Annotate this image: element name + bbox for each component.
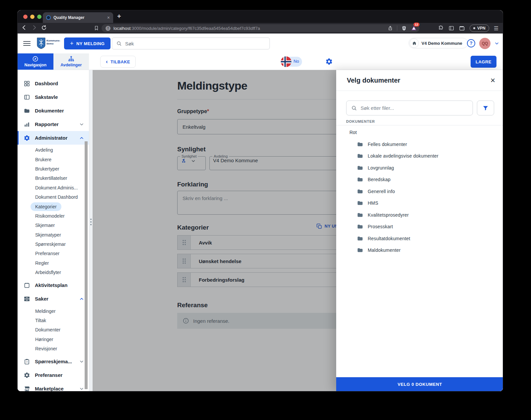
- vpn-button[interactable]: VPN: [470, 25, 489, 32]
- tab-avdelinger[interactable]: Avdelinger: [53, 53, 89, 70]
- administrator-submenu: Avdeling Brukere Brukertyper Brukertilla…: [18, 145, 89, 278]
- sidebar-subitem[interactable]: Risikomodeler: [18, 211, 89, 221]
- browser-tab[interactable]: Quality Manager ×: [43, 12, 113, 23]
- gear-icon: [24, 372, 30, 379]
- sidebar-resize-handle[interactable]: [89, 70, 93, 391]
- sidebar-item-saker[interactable]: Saker: [18, 292, 89, 306]
- brave-shield-icon[interactable]: [401, 26, 407, 31]
- filter-button[interactable]: [477, 101, 494, 115]
- back-button[interactable]: ‹ TILBAKE: [100, 56, 136, 68]
- url-bar[interactable]: ! localhost:3000/module/admin/category/f…: [102, 24, 419, 32]
- sidebar-subitem[interactable]: Avdeling: [18, 145, 89, 155]
- account-chevron-down-icon[interactable]: [494, 41, 499, 46]
- browser-menu-icon[interactable]: ☰: [494, 25, 499, 32]
- site-info-icon[interactable]: !: [106, 26, 111, 31]
- select-documents-button[interactable]: VELG 0 DOKUMENT: [336, 377, 503, 391]
- url-text: localhost:3000/module/admin/category/f67…: [114, 26, 385, 31]
- help-icon[interactable]: ?: [467, 39, 475, 47]
- root-node[interactable]: Rot: [347, 128, 359, 136]
- content-topbar: ‹ TILBAKE No LAGRE: [89, 53, 503, 70]
- back-icon[interactable]: [21, 24, 28, 31]
- sidebar-scrollbar[interactable]: [85, 141, 88, 389]
- sidebar-item-sakstavle[interactable]: Sakstavle: [18, 90, 89, 104]
- sidebar-subitem[interactable]: Brukertillatelser: [18, 174, 89, 183]
- minimize-window-button[interactable]: [30, 15, 35, 19]
- browser-toolbar: ! localhost:3000/module/admin/category/f…: [18, 23, 503, 34]
- sidebar-subitem[interactable]: Tiltak: [18, 316, 89, 325]
- bookmark-icon[interactable]: [94, 25, 99, 31]
- app-menu-icon[interactable]: [23, 40, 31, 47]
- save-button[interactable]: LAGRE: [471, 56, 496, 68]
- sidebar-subitem[interactable]: Kategorier: [18, 202, 89, 211]
- sidebar-subitem[interactable]: Brukere: [18, 155, 89, 164]
- sidebar-item-preferanser[interactable]: Preferanser: [18, 368, 89, 382]
- browser-tab-bar: Quality Manager × +: [18, 10, 503, 23]
- tab-close-icon[interactable]: ×: [107, 15, 110, 20]
- global-search-input[interactable]: [125, 41, 266, 46]
- documents-section-label: DOKUMENTER: [346, 119, 375, 123]
- sidebar-subitem[interactable]: Spørreskjemar: [18, 240, 89, 249]
- sidebar-subitem[interactable]: Meldinger: [18, 306, 89, 315]
- chevron-down-icon: [79, 386, 84, 391]
- folder-item[interactable]: Generell info: [336, 185, 503, 197]
- sidebar-subitem[interactable]: Brukertyper: [18, 164, 89, 174]
- sidebar-subitem[interactable]: Arbeidsflyter: [18, 268, 89, 277]
- folder-item[interactable]: Resultatdokumentet: [336, 233, 503, 245]
- app-logo[interactable]: Kommune-demo: [37, 37, 60, 49]
- sidebar-item-aktivitetsplan[interactable]: Aktivitetsplan: [18, 278, 89, 292]
- new-message-button[interactable]: + NY MELDING: [64, 37, 111, 49]
- sidebar-item-sporreskjema[interactable]: ? Spørreskjema...: [18, 355, 89, 368]
- sidebar-item-rapporter[interactable]: Rapporter: [18, 117, 89, 131]
- folder-icon: [24, 107, 30, 114]
- folder-item[interactable]: Prosesskart: [336, 221, 503, 233]
- folder-item[interactable]: Beredskap: [336, 174, 503, 186]
- sidebar-item-marketplace[interactable]: Marketplace: [18, 382, 89, 391]
- sidebar-subitem[interactable]: Dokumenter: [18, 325, 89, 334]
- chevron-down-icon: [79, 359, 84, 364]
- language-selector[interactable]: No: [281, 56, 302, 67]
- sidebar-item-dokumenter[interactable]: Dokumenter: [18, 104, 89, 117]
- file-search[interactable]: [346, 101, 473, 115]
- sidebar-subitem[interactable]: Skjematyper: [18, 230, 89, 240]
- sidebar-subitem[interactable]: Dokument Dashbord: [18, 192, 89, 202]
- vpn-dot-icon: [473, 27, 475, 29]
- folder-item[interactable]: Maldokumenter: [336, 245, 503, 256]
- folder-item[interactable]: HMS: [336, 197, 503, 209]
- sidebar-item-dashbord[interactable]: Dashbord: [18, 77, 89, 90]
- toolbar-divider: [397, 26, 397, 31]
- folder-item[interactable]: Lovgrunnlag: [336, 162, 503, 174]
- sidebar-item-administrator[interactable]: Administrator: [18, 131, 89, 145]
- clipboard-question-icon: ?: [24, 358, 30, 365]
- file-search-input[interactable]: [360, 105, 468, 111]
- folder-item[interactable]: Felles dokumenter: [336, 138, 503, 150]
- dashboard-icon: [24, 80, 30, 87]
- sidebar-subitem[interactable]: Revisjoner: [18, 344, 89, 353]
- rewards-badge: 12: [414, 23, 419, 27]
- forward-icon[interactable]: [31, 24, 38, 31]
- folder-item[interactable]: Lokale avdelingsvise dokumenter: [336, 150, 503, 162]
- folder-icon: [357, 223, 363, 230]
- reload-icon[interactable]: [41, 25, 47, 31]
- sidebar-subitem[interactable]: Skjemaer: [18, 221, 89, 230]
- maximize-window-button[interactable]: [37, 15, 41, 19]
- wallet-icon[interactable]: [459, 25, 465, 31]
- sidebar-tabs: Navigasjon Avdelinger: [18, 53, 89, 70]
- new-tab-button[interactable]: +: [117, 13, 121, 20]
- close-icon[interactable]: ✕: [490, 77, 495, 84]
- close-window-button[interactable]: [23, 15, 28, 19]
- drawer-title: Velg dokumenter: [347, 77, 400, 84]
- sidebar-subitem[interactable]: Høringer: [18, 335, 89, 344]
- share-icon[interactable]: [388, 26, 393, 31]
- tab-navigasjon[interactable]: Navigasjon: [18, 53, 53, 70]
- global-search[interactable]: [112, 37, 270, 49]
- settings-gear-icon[interactable]: [325, 58, 333, 65]
- tab-favicon: [46, 15, 51, 20]
- sidebar-subitem[interactable]: Preferanser: [18, 249, 89, 258]
- sidebar-toggle-icon[interactable]: [448, 25, 454, 31]
- extensions-icon[interactable]: [438, 25, 444, 31]
- organization-button[interactable]: V4 Demo Kommune: [409, 38, 468, 48]
- sidebar-subitem[interactable]: Regler: [18, 258, 89, 268]
- sidebar-subitem[interactable]: Dokument Adminis...: [18, 183, 89, 192]
- avatar[interactable]: QQ: [479, 38, 491, 49]
- folder-item[interactable]: Kvalitetsprosedyrer: [336, 209, 503, 221]
